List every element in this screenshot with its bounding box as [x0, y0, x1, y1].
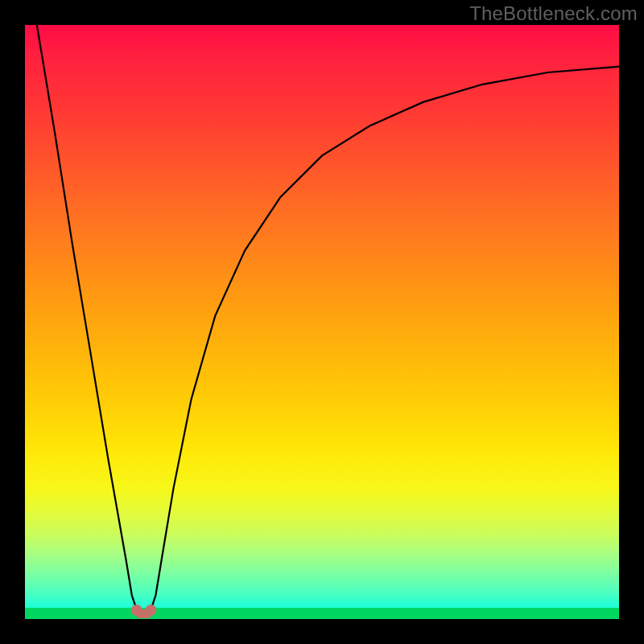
- plot-area: [25, 25, 619, 619]
- curve-svg: [25, 25, 619, 619]
- outer-frame: TheBottleneck.com: [0, 0, 644, 644]
- nub-bridge: [137, 609, 151, 618]
- nub-group: [131, 605, 157, 618]
- bottleneck-curve: [37, 25, 619, 613]
- watermark-text: TheBottleneck.com: [469, 2, 638, 25]
